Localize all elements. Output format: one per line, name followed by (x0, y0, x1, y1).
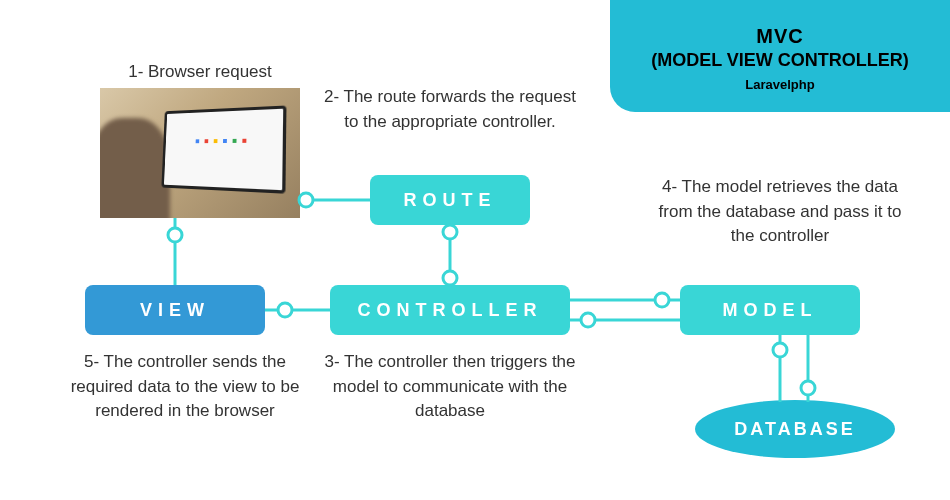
svg-point-3 (443, 225, 457, 239)
laptop-icon (161, 105, 286, 193)
svg-point-8 (655, 293, 669, 307)
route-node: ROUTE (370, 175, 530, 225)
svg-point-12 (168, 228, 182, 242)
svg-point-10 (581, 313, 595, 327)
header-brand: Laravelphp (625, 77, 935, 92)
step-3-text: 3- The controller then triggers the mode… (320, 350, 580, 424)
svg-point-14 (773, 343, 787, 357)
header-title: MVC (625, 25, 935, 48)
step-5-text: 5- The controller sends the required dat… (55, 350, 315, 424)
model-node: MODEL (680, 285, 860, 335)
person-silhouette (100, 118, 170, 218)
step-1-text: 1- Browser request (100, 60, 300, 85)
svg-point-6 (278, 303, 292, 317)
view-node: VIEW (85, 285, 265, 335)
controller-node: CONTROLLER (330, 285, 570, 335)
step-2-text: 2- The route forwards the request to the… (320, 85, 580, 134)
database-node: DATABASE (695, 400, 895, 458)
svg-point-4 (443, 271, 457, 285)
header-panel: MVC (MODEL VIEW CONTROLLER) Laravelphp (610, 0, 950, 112)
svg-point-1 (299, 193, 313, 207)
step-4-text: 4- The model retrieves the data from the… (650, 175, 910, 249)
browser-photo (100, 88, 300, 218)
svg-point-16 (801, 381, 815, 395)
header-subtitle: (MODEL VIEW CONTROLLER) (625, 50, 935, 71)
